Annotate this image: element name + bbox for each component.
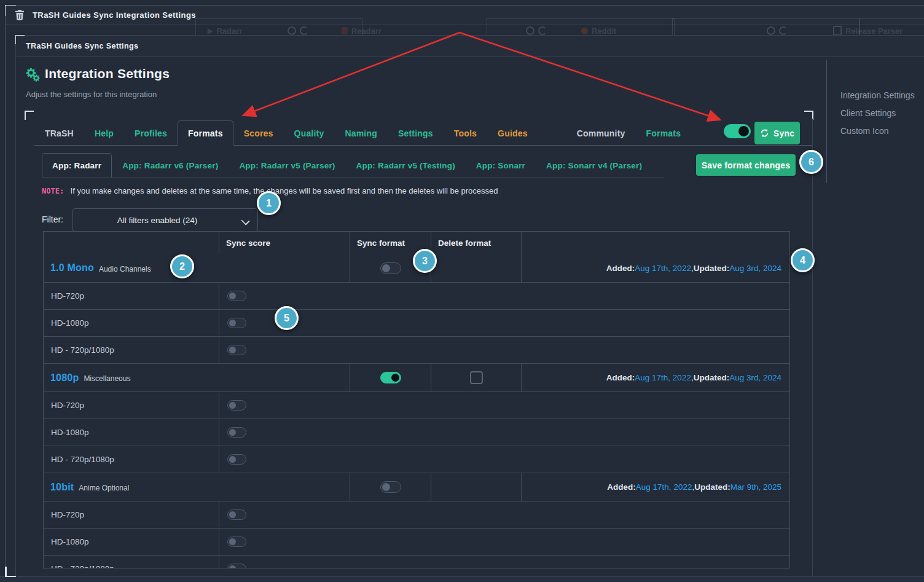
quality-row: HD - 720p/1080p xyxy=(44,446,789,473)
sync-format-toggle[interactable] xyxy=(380,372,401,383)
toggle-knob xyxy=(229,456,236,463)
bottom-band xyxy=(0,577,924,582)
tab-tools[interactable]: Tools xyxy=(444,120,487,146)
tab-scores[interactable]: Scores xyxy=(233,120,284,146)
filter-dropdown[interactable]: All filters enabled (24) xyxy=(72,208,258,232)
sync-score-toggle[interactable] xyxy=(227,400,246,411)
bracket-corner-bottom-left xyxy=(5,567,16,578)
quality-name: HD-720p xyxy=(44,392,219,419)
sync-score-cell xyxy=(219,283,789,309)
format-dates: Added: Aug 17th, 2022, Updated: Aug 3rd,… xyxy=(521,254,789,282)
reddit-icon xyxy=(581,28,588,34)
dt: Aug 3rd, 2024 xyxy=(729,264,781,273)
sync-score-toggle[interactable] xyxy=(227,454,246,465)
date-text: Updated: xyxy=(694,264,730,273)
format-row: 10bitAnime OptionalAdded: Aug 17th, 2022… xyxy=(44,473,789,501)
toggle-knob xyxy=(229,347,236,353)
quality-name: HD-1080p xyxy=(44,310,219,336)
apptab-app-radarr-v5-parser[interactable]: App: Radarr v5 (Parser) xyxy=(229,153,345,178)
toggle-knob xyxy=(229,320,236,326)
apptab-app-sonarr[interactable]: App: Sonarr xyxy=(466,153,536,178)
sync-format-cell xyxy=(350,473,431,501)
format-row: 1080pMiscellaneousAdded: Aug 17th, 2022,… xyxy=(44,363,789,391)
quality-name: HD - 720p/1080p xyxy=(44,556,219,568)
apptab-app-radarr-v6-parser[interactable]: App: Radarr v6 (Parser) xyxy=(112,153,229,178)
tab-settings[interactable]: Settings xyxy=(388,120,444,146)
outer-frame-left xyxy=(5,5,6,576)
outer-frame-bottom xyxy=(0,576,924,576)
date-text: Updated: xyxy=(694,373,730,382)
tab-community[interactable]: Community xyxy=(566,120,636,146)
apptab-app-radarr[interactable]: App: Radarr xyxy=(42,153,112,178)
tab-quality[interactable]: Quality xyxy=(284,120,335,146)
quality-name: HD-1080p xyxy=(44,529,219,555)
header-name xyxy=(44,232,219,254)
tab-naming[interactable]: Naming xyxy=(334,120,388,146)
sync-score-toggle[interactable] xyxy=(227,564,246,568)
sync-score-toggle[interactable] xyxy=(227,345,246,355)
header-sync-score: Sync score xyxy=(219,232,350,254)
sync-score-toggle[interactable] xyxy=(227,291,246,301)
tab-profiles[interactable]: Profiles xyxy=(124,120,178,146)
inner-window-title: TRaSH Guides Sync Settings xyxy=(26,42,138,50)
inner-title-bar: TRaSH Guides Sync Settings xyxy=(16,36,924,57)
sync-score-cell xyxy=(219,310,789,336)
tab-guides[interactable]: Guides xyxy=(487,120,538,146)
app-tabs: App: RadarrApp: Radarr v6 (Parser)App: R… xyxy=(42,153,652,178)
date-text: Added: xyxy=(606,373,635,382)
chevron-down-icon xyxy=(241,216,249,225)
format-tag: Audio Channels xyxy=(99,263,151,273)
sync-enabled-toggle[interactable] xyxy=(724,124,751,138)
sync-score-toggle[interactable] xyxy=(227,509,246,520)
quality-row: HD-1080p xyxy=(44,309,789,336)
format-dates: Added: Aug 17th, 2022, Updated: Aug 3rd,… xyxy=(521,364,789,391)
format-tag: Anime Optional xyxy=(79,482,129,492)
quality-row: HD-720p xyxy=(44,391,789,419)
sidebar-item-integration-settings[interactable]: Integration Settings xyxy=(840,90,915,100)
note-text: If you make changes and deletes at the s… xyxy=(71,186,498,195)
delete-format-checkbox[interactable] xyxy=(470,371,483,384)
save-format-changes-button[interactable]: Save format changes xyxy=(696,154,796,176)
apptab-app-radarr-v5-testing[interactable]: App: Radarr v5 (Testing) xyxy=(346,153,466,178)
sync-format-toggle[interactable] xyxy=(380,481,401,493)
quality-row: HD - 720p/1080p xyxy=(44,555,789,568)
sidebar-item-client-settings[interactable]: Client Settings xyxy=(840,108,896,118)
parser-icon xyxy=(833,26,842,36)
filter-label: Filter: xyxy=(42,214,63,224)
quality-row: HD-1080p xyxy=(44,528,789,555)
sync-score-cell xyxy=(219,501,789,528)
quality-row: HD-720p xyxy=(44,501,789,528)
sync-score-toggle[interactable] xyxy=(227,537,246,547)
date-text: Added: xyxy=(606,264,635,273)
callout-badge-5: 5 xyxy=(275,306,299,330)
quality-name: HD - 720p/1080p xyxy=(44,337,219,363)
panel-corner-top-left xyxy=(25,111,34,120)
callout-badge-2: 2 xyxy=(170,254,194,278)
faded-card xyxy=(672,18,860,36)
sync-score-toggle[interactable] xyxy=(227,318,246,328)
tab-trash[interactable]: TRaSH xyxy=(34,120,84,146)
format-name: 1080p xyxy=(50,372,79,383)
sidebar-item-custom-icon[interactable]: Custom Icon xyxy=(840,126,889,136)
header-delete-format: Delete format xyxy=(431,232,521,254)
app-window: TRaSH Guides Sync Integration Settings ▶… xyxy=(0,0,924,582)
sync-score-cell xyxy=(219,446,789,473)
note-prefix: NOTE: xyxy=(42,187,64,195)
tab-formats[interactable]: Formats xyxy=(636,120,692,146)
sync-score-toggle[interactable] xyxy=(227,427,246,438)
tab-help[interactable]: Help xyxy=(84,120,124,146)
callout-badge-6: 6 xyxy=(799,150,823,174)
quality-name: HD-720p xyxy=(44,283,219,309)
quality-row: HD-1080p xyxy=(44,419,789,446)
quality-row: HD - 720p/1080p xyxy=(44,336,789,363)
format-name-cell: 10bitAnime Optional xyxy=(44,473,350,501)
sync-format-toggle[interactable] xyxy=(380,262,401,274)
tab-formats[interactable]: Formats xyxy=(178,120,233,146)
apptab-app-sonarr-v4-parser[interactable]: App: Sonarr v4 (Parser) xyxy=(536,153,652,178)
format-dates: Added: Aug 17th, 2022, Updated: Mar 9th,… xyxy=(521,473,789,501)
callout-badge-4: 4 xyxy=(791,248,815,272)
toggle-knob xyxy=(229,293,236,299)
toggle-knob xyxy=(229,565,236,568)
quality-name: HD - 720p/1080p xyxy=(44,446,219,473)
sync-button[interactable]: Sync xyxy=(754,122,800,144)
